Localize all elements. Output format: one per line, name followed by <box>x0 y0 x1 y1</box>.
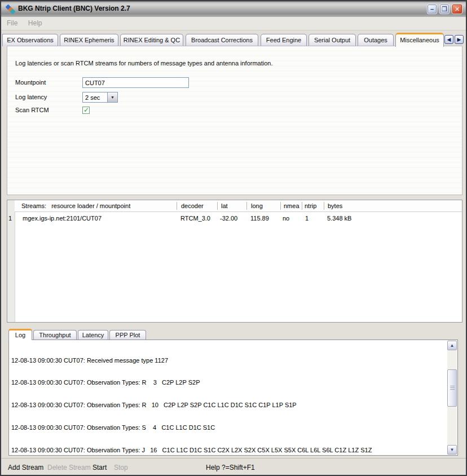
cell-bytes: 5.348 kB <box>327 215 351 222</box>
log-line: 12-08-13 09:00:30 CUT07: Observation Typ… <box>11 402 446 409</box>
col-nmea: nmea <box>284 202 299 209</box>
cell-decoder: RTCM_3.0 <box>180 215 210 222</box>
tab-rinex-ephemeris[interactable]: RINEX Ephemeris <box>60 34 118 46</box>
menu-file[interactable]: File <box>7 19 17 27</box>
log-line: 12-08-13 09:00:30 CUT07: Received messag… <box>11 357 446 364</box>
column-separator <box>246 202 247 210</box>
bottom-bar: Add Stream Delete Stream Start Stop Help… <box>1 458 466 476</box>
col-long: long <box>251 202 263 209</box>
minimize-button[interactable]: – <box>427 4 437 14</box>
table-row[interactable]: mgex.igs-ip.net:2101/CUT07 RTCM_3.0 -32.… <box>15 213 462 224</box>
cell-long: 115.89 <box>250 215 269 222</box>
scrollbar-grip <box>450 386 455 391</box>
scan-rtcm-label: Scan RTCM <box>15 107 49 113</box>
app-icon <box>6 5 15 14</box>
column-separator <box>177 202 177 210</box>
col-lat: lat <box>221 202 228 209</box>
window-title: BKG Ntrip Client (BNC) Version 2.7 <box>18 5 130 12</box>
column-separator <box>302 202 302 210</box>
tab-broadcast-corrections[interactable]: Broadcast Corrections <box>186 34 258 46</box>
log-latency-select[interactable]: 2 sec ▼ <box>82 92 118 103</box>
scroll-up-icon[interactable]: ▲ <box>447 341 457 350</box>
col-ntrip: ntrip <box>305 202 316 209</box>
tab-outages[interactable]: Outages <box>358 34 394 46</box>
scan-rtcm-checkbox[interactable]: ✓ <box>82 107 90 114</box>
stop-button[interactable]: Stop <box>114 464 128 471</box>
table-header-row: Streams: resource loader / mountpoint de… <box>15 200 462 212</box>
scrollbar[interactable]: ▲ ▼ <box>447 341 457 455</box>
delete-stream-button[interactable]: Delete Stream <box>47 464 91 471</box>
bnc-window: BKG Ntrip Client (BNC) Version 2.7 – ❒ ✕… <box>0 0 467 476</box>
maximize-button[interactable]: ❒ <box>439 4 450 14</box>
log-line: 12-08-13 09:00:30 CUT07: Observation Typ… <box>11 424 446 431</box>
close-button[interactable]: ✕ <box>452 4 462 14</box>
log-line: 12-08-13 09:00:30 CUT07: Observation Typ… <box>11 447 446 454</box>
log-line: 12-08-13 09:00:30 CUT07: Observation Typ… <box>11 379 446 386</box>
log-latency-value: 2 sec <box>85 94 100 101</box>
mountpoint-input[interactable] <box>82 77 189 88</box>
tab-rinex-observations[interactable]: EX Observations <box>2 34 58 46</box>
tab-miscellaneous[interactable]: Miscellaneous <box>395 33 444 47</box>
cell-lat: -32.00 <box>220 215 237 222</box>
log-latency-label: Log latency <box>15 94 47 100</box>
tab-scroll-right-icon[interactable]: ▶ <box>455 35 464 44</box>
col-bytes: bytes <box>328 202 342 209</box>
column-separator <box>324 202 324 210</box>
tab-feed-engine[interactable]: Feed Engine <box>261 34 307 46</box>
miscellaneous-panel: Log latencies or scan RTCM streams for n… <box>7 46 462 195</box>
help-button[interactable]: Help ?=Shift+F1 <box>206 464 255 471</box>
col-streams: Streams: resource loader / mountpoint <box>21 202 130 209</box>
cell-nmea: no <box>283 215 289 222</box>
start-button[interactable]: Start <box>92 464 107 471</box>
row-number: 1 <box>8 215 12 222</box>
streams-table[interactable]: 1 Streams: resource loader / mountpoint … <box>7 200 462 323</box>
tab-log[interactable]: Log <box>8 329 32 340</box>
column-separator <box>217 202 218 210</box>
tab-throughput[interactable]: Throughput <box>33 330 77 340</box>
col-decoder: decoder <box>181 202 204 209</box>
check-icon: ✓ <box>83 106 89 114</box>
tab-latency[interactable]: Latency <box>78 330 108 340</box>
tab-rinex-editing-qc[interactable]: RINEX Editing & QC <box>120 34 183 46</box>
log-output[interactable]: 12-08-13 09:00:30 CUT07: Received messag… <box>8 340 458 456</box>
menu-help[interactable]: Help <box>28 19 42 27</box>
cell-mountpoint: mgex.igs-ip.net:2101/CUT07 <box>23 215 102 222</box>
tab-serial-output[interactable]: Serial Output <box>309 34 356 46</box>
panel-description: Log latencies or scan RTCM streams for n… <box>15 60 273 67</box>
title-bar[interactable]: BKG Ntrip Client (BNC) Version 2.7 – ❒ ✕ <box>1 1 466 17</box>
column-separator <box>280 202 281 210</box>
chevron-down-icon[interactable]: ▼ <box>107 92 117 102</box>
add-stream-button[interactable]: Add Stream <box>8 464 43 471</box>
scroll-down-icon[interactable]: ▼ <box>447 445 457 455</box>
log-lines: 12-08-13 09:00:30 CUT07: Received messag… <box>11 342 446 456</box>
cell-ntrip: 1 <box>305 215 309 222</box>
tab-scroll-left-icon[interactable]: ◀ <box>444 35 453 44</box>
tab-ppp-plot[interactable]: PPP Plot <box>109 330 146 340</box>
menu-bar: File Help <box>1 17 466 30</box>
mountpoint-label: Mountpoint <box>15 79 46 86</box>
scrollbar-thumb[interactable] <box>447 369 457 407</box>
